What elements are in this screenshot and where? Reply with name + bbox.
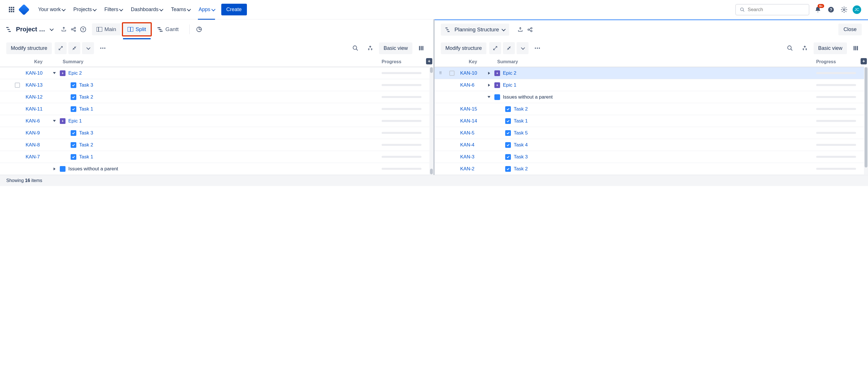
column-header-summary[interactable]: Summary bbox=[497, 59, 816, 64]
add-column-button[interactable]: + bbox=[861, 58, 867, 64]
issue-summary-link[interactable]: Task 2 bbox=[79, 142, 93, 148]
issue-summary-link[interactable]: Task 2 bbox=[514, 106, 528, 112]
view-tab-split[interactable]: Split bbox=[122, 22, 152, 36]
filter-icon-button[interactable] bbox=[364, 42, 376, 54]
issue-summary-link[interactable]: Task 2 bbox=[79, 94, 93, 100]
share-icon[interactable] bbox=[70, 26, 76, 32]
issue-summary-link[interactable]: Task 1 bbox=[514, 118, 528, 124]
add-column-button[interactable]: + bbox=[426, 58, 432, 64]
issue-summary-link[interactable]: Task 5 bbox=[514, 130, 528, 136]
table-row[interactable]: KAN-2Task 2 bbox=[435, 163, 868, 175]
columns-icon-button[interactable] bbox=[850, 42, 862, 54]
structure-select-dropdown[interactable]: Planning Structure bbox=[441, 24, 509, 36]
settings-icon[interactable] bbox=[839, 5, 849, 14]
expand-toggle[interactable] bbox=[487, 71, 491, 75]
dropdown-caret-button[interactable] bbox=[82, 42, 94, 54]
issue-key-link[interactable]: KAN-9 bbox=[23, 130, 52, 136]
more-actions-button[interactable] bbox=[97, 42, 109, 54]
issue-summary-link[interactable]: Task 3 bbox=[79, 82, 93, 88]
row-checkbox[interactable] bbox=[15, 83, 20, 88]
view-tab-main[interactable]: Main bbox=[92, 23, 121, 35]
issue-summary-link[interactable]: Task 3 bbox=[79, 130, 93, 136]
table-row[interactable]: KAN-10Epic 2 bbox=[0, 67, 433, 79]
info-icon[interactable]: ? bbox=[80, 26, 86, 32]
pie-chart-icon[interactable] bbox=[196, 26, 202, 32]
scrollbar[interactable] bbox=[429, 67, 433, 175]
issue-summary-link[interactable]: Epic 2 bbox=[503, 70, 516, 76]
issue-key-link[interactable]: KAN-13 bbox=[23, 82, 52, 88]
jira-logo-icon[interactable] bbox=[20, 6, 28, 14]
issue-key-link[interactable]: KAN-4 bbox=[458, 142, 487, 148]
search-icon-button[interactable] bbox=[349, 42, 361, 54]
collapse-toggle[interactable] bbox=[487, 95, 491, 99]
issue-summary-link[interactable]: Task 1 bbox=[79, 154, 93, 160]
search-input-container[interactable] bbox=[735, 4, 809, 16]
avatar[interactable]: JC bbox=[852, 5, 861, 14]
issue-key-link[interactable]: KAN-2 bbox=[458, 166, 487, 172]
columns-icon-button[interactable] bbox=[415, 42, 427, 54]
more-actions-button[interactable] bbox=[531, 42, 544, 54]
help-icon[interactable]: ? bbox=[827, 5, 836, 14]
collapse-icon[interactable] bbox=[68, 42, 80, 54]
issue-key-link[interactable]: KAN-12 bbox=[23, 94, 52, 100]
table-row[interactable]: KAN-11Task 1 bbox=[0, 103, 433, 115]
basic-view-button[interactable]: Basic view bbox=[379, 42, 412, 54]
issue-key-link[interactable]: KAN-6 bbox=[23, 118, 52, 124]
table-row[interactable]: KAN-7Task 1 bbox=[0, 151, 433, 163]
nav-item-your-work[interactable]: Your work bbox=[35, 5, 67, 14]
issue-key-link[interactable]: KAN-15 bbox=[458, 106, 487, 112]
modify-structure-button[interactable]: Modify structure bbox=[6, 42, 52, 54]
export-icon[interactable] bbox=[61, 26, 67, 32]
drag-handle-icon[interactable]: ⠿ bbox=[439, 72, 442, 74]
table-row[interactable]: ⠿KAN-10Epic 2 bbox=[435, 67, 868, 79]
table-row[interactable]: KAN-3Task 3 bbox=[435, 151, 868, 163]
table-row[interactable]: KAN-14Task 1 bbox=[435, 115, 868, 127]
dropdown-caret-button[interactable] bbox=[517, 42, 529, 54]
table-row[interactable]: KAN-8Task 2 bbox=[0, 139, 433, 151]
column-header-progress[interactable]: Progress bbox=[381, 59, 427, 64]
table-row[interactable]: Issues without a parent bbox=[0, 163, 433, 175]
filter-icon-button[interactable] bbox=[799, 42, 811, 54]
search-input[interactable] bbox=[748, 7, 805, 12]
table-row[interactable]: KAN-15Task 2 bbox=[435, 103, 868, 115]
issue-summary-link[interactable]: Epic 2 bbox=[68, 70, 82, 76]
issue-key-link[interactable]: KAN-14 bbox=[458, 118, 487, 124]
issue-summary-link[interactable]: Task 4 bbox=[514, 142, 528, 148]
create-button[interactable]: Create bbox=[221, 4, 247, 16]
nav-item-filters[interactable]: Filters bbox=[101, 5, 125, 14]
app-switcher-icon[interactable] bbox=[7, 5, 16, 14]
collapse-toggle[interactable] bbox=[53, 71, 56, 75]
scroll-thumb[interactable] bbox=[865, 67, 867, 168]
table-row[interactable]: KAN-6Epic 1 bbox=[0, 115, 433, 127]
nav-item-teams[interactable]: Teams bbox=[168, 5, 193, 14]
issue-key-link[interactable]: KAN-6 bbox=[458, 82, 487, 88]
scroll-thumb[interactable] bbox=[430, 169, 433, 174]
column-header-key[interactable]: Key bbox=[34, 59, 63, 64]
expand-toggle[interactable] bbox=[53, 167, 56, 171]
expand-icon[interactable] bbox=[55, 42, 67, 54]
issue-key-link[interactable]: KAN-7 bbox=[23, 154, 52, 160]
issue-key-link[interactable]: KAN-11 bbox=[23, 106, 52, 112]
issue-summary-link[interactable]: Epic 1 bbox=[68, 118, 82, 124]
table-row[interactable]: KAN-12Task 2 bbox=[0, 91, 433, 103]
issue-key-link[interactable]: KAN-10 bbox=[458, 70, 487, 76]
export-icon[interactable] bbox=[517, 27, 523, 33]
collapse-toggle[interactable] bbox=[53, 119, 56, 123]
column-header-summary[interactable]: Summary bbox=[63, 59, 381, 64]
nav-item-apps[interactable]: Apps bbox=[196, 5, 217, 14]
scrollbar[interactable] bbox=[864, 67, 868, 175]
modify-structure-button[interactable]: Modify structure bbox=[441, 42, 487, 54]
expand-toggle[interactable] bbox=[487, 83, 491, 87]
project-title-dropdown[interactable]: Project … bbox=[6, 26, 53, 33]
basic-view-button[interactable]: Basic view bbox=[814, 42, 847, 54]
row-checkbox[interactable] bbox=[450, 71, 455, 76]
view-tab-gantt[interactable]: Gantt bbox=[153, 23, 183, 35]
issue-summary-link[interactable]: Epic 1 bbox=[503, 82, 516, 88]
nav-item-dashboards[interactable]: Dashboards bbox=[128, 5, 165, 14]
table-row[interactable]: KAN-13Task 3 bbox=[0, 79, 433, 91]
collapse-icon[interactable] bbox=[503, 42, 515, 54]
scroll-thumb[interactable] bbox=[430, 67, 433, 73]
issue-summary-link[interactable]: Task 3 bbox=[514, 154, 528, 160]
issue-summary-link[interactable]: Task 1 bbox=[79, 106, 93, 112]
share-icon[interactable] bbox=[527, 27, 533, 33]
